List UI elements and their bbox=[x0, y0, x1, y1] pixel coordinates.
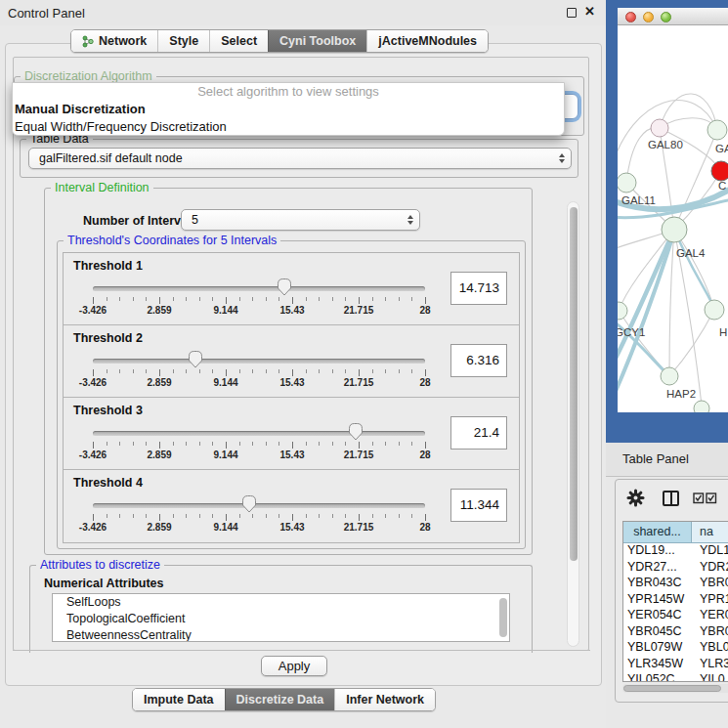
numerical-attributes-label: Numerical Attributes bbox=[44, 577, 163, 590]
popup-item-manual-discretization[interactable]: Manual Discretization bbox=[13, 101, 564, 118]
column-header-shared-name[interactable]: shared... bbox=[623, 522, 692, 543]
float-window-icon[interactable] bbox=[567, 8, 577, 18]
slider-thumb[interactable] bbox=[241, 494, 257, 514]
table-cell: YDR2 bbox=[692, 560, 728, 577]
slider-tick bbox=[133, 442, 134, 446]
number-of-intervals-combobox[interactable]: 5 bbox=[181, 209, 420, 231]
gear-icon[interactable] bbox=[626, 489, 645, 507]
close-traffic-light[interactable] bbox=[625, 12, 636, 22]
network-node[interactable] bbox=[618, 302, 627, 320]
horizontal-scrollbar[interactable] bbox=[622, 684, 728, 693]
slider-track[interactable] bbox=[93, 286, 425, 291]
slider-tick bbox=[332, 514, 333, 518]
select-checkboxes-icon[interactable] bbox=[693, 492, 718, 504]
slider-track[interactable] bbox=[93, 431, 425, 436]
slider-tick bbox=[345, 297, 346, 301]
network-node-label: GCY1 bbox=[618, 326, 645, 338]
network-node-label: GAL11 bbox=[621, 194, 656, 206]
threshold-panel: Threshold 1 -3.4262.8599.14415.4321.7152… bbox=[64, 253, 519, 325]
slider-tick bbox=[332, 442, 333, 446]
slider-thumb[interactable] bbox=[348, 422, 364, 442]
vertical-scrollbar[interactable] bbox=[567, 201, 579, 647]
horizontal-scrollbar-thumb[interactable] bbox=[623, 685, 721, 692]
attribute-item[interactable]: BetweennessCentrality bbox=[53, 627, 509, 642]
table-row[interactable]: YER054CYER0 bbox=[623, 608, 728, 624]
table-row[interactable]: YBR043CYBR0 bbox=[623, 576, 728, 592]
split-columns-icon[interactable] bbox=[663, 491, 679, 506]
numerical-attributes-list[interactable]: SelfLoopsTopologicalCoefficientBetweenne… bbox=[52, 593, 510, 642]
slider-tick bbox=[186, 514, 187, 518]
tab-style[interactable]: Style bbox=[157, 30, 209, 52]
slider-tick-label: -3.426 bbox=[64, 305, 122, 316]
table-cell: YBL0 bbox=[692, 640, 728, 657]
slider-tick-label: -3.426 bbox=[64, 522, 122, 533]
slider-thumb[interactable] bbox=[188, 350, 203, 369]
table-row[interactable]: YPR145WYPR1 bbox=[623, 592, 728, 609]
control-panel-tabbar: Network Style Select Cyni Toolbox jActiv… bbox=[70, 29, 489, 53]
network-node[interactable] bbox=[661, 367, 678, 385]
right-column: GAL80GALCGAL11GAL4GCY1HHAP2 Table Panel bbox=[606, 0, 728, 728]
slider-tick bbox=[411, 514, 412, 518]
tab-select[interactable]: Select bbox=[209, 30, 268, 52]
slider-track[interactable] bbox=[93, 359, 425, 364]
threshold-label: Threshold 1 bbox=[73, 259, 143, 273]
tab-jactivemnodules[interactable]: jActiveMNodules bbox=[366, 30, 488, 52]
network-node[interactable] bbox=[711, 161, 728, 181]
slider-tick-label: 2.859 bbox=[130, 450, 189, 460]
slider-tick bbox=[292, 514, 293, 521]
table-row[interactable]: YBL079WYBL0 bbox=[623, 640, 728, 657]
table-data-combobox[interactable]: galFiltered.sif default node bbox=[28, 148, 572, 169]
node-table: shared... na YDL19...YDL1YDR27...YDR2YBR… bbox=[622, 521, 728, 682]
vertical-scrollbar-thumb[interactable] bbox=[570, 207, 578, 561]
network-node[interactable] bbox=[694, 401, 709, 412]
slider-tick bbox=[199, 369, 200, 373]
attribute-item[interactable]: SelfLoops bbox=[53, 594, 509, 611]
attribute-item[interactable]: TopologicalCoefficient bbox=[53, 611, 509, 627]
slider-thumb[interactable] bbox=[277, 278, 292, 297]
tab-cyni-toolbox[interactable]: Cyni Toolbox bbox=[268, 30, 366, 52]
column-header-name[interactable]: na bbox=[692, 522, 728, 543]
zoom-traffic-light[interactable] bbox=[661, 12, 671, 22]
table-header-row: shared... na bbox=[623, 522, 728, 543]
table-row[interactable]: YBR045CYBR0 bbox=[623, 624, 728, 641]
network-node[interactable] bbox=[618, 173, 636, 193]
tab-network[interactable]: Network bbox=[71, 30, 157, 52]
minimize-traffic-light[interactable] bbox=[643, 12, 654, 22]
table-row[interactable]: YDR27...YDR2 bbox=[623, 560, 728, 577]
network-node[interactable] bbox=[651, 119, 668, 137]
network-canvas[interactable]: GAL80GALCGAL11GAL4GCY1HHAP2 bbox=[618, 25, 728, 412]
slider-tick bbox=[93, 369, 94, 376]
table-panel-title: Table Panel bbox=[622, 451, 689, 466]
table-row[interactable]: YLR345WYLR3 bbox=[623, 657, 728, 673]
stepper-arrows-icon[interactable] bbox=[559, 153, 565, 163]
apply-button[interactable]: Apply bbox=[261, 656, 327, 676]
close-icon[interactable]: ✕ bbox=[584, 4, 595, 19]
slider-tick bbox=[93, 442, 94, 449]
threshold-value-field[interactable]: 11.344 bbox=[450, 489, 507, 522]
slider-tick bbox=[425, 442, 426, 449]
table-row[interactable]: YDL19...YDL1 bbox=[623, 543, 728, 560]
list-scrollbar-thumb[interactable] bbox=[499, 598, 507, 637]
stepper-arrows-icon[interactable] bbox=[407, 215, 413, 225]
table-cell: YLR3 bbox=[692, 657, 728, 673]
slider-track[interactable] bbox=[93, 503, 425, 508]
slider-tick bbox=[292, 369, 293, 376]
network-node[interactable] bbox=[707, 120, 727, 140]
threshold-value-field[interactable]: 21.4 bbox=[450, 416, 507, 450]
tab-infer-network[interactable]: Infer Network bbox=[334, 689, 435, 710]
tab-discretize-data[interactable]: Discretize Data bbox=[225, 689, 335, 710]
popup-prompt-item[interactable]: Select algorithm to view settings bbox=[13, 83, 564, 101]
network-node[interactable] bbox=[662, 217, 687, 242]
slider-tick bbox=[146, 442, 147, 446]
table-row[interactable]: YIL052CYIL0 bbox=[623, 672, 728, 682]
threshold-value-field[interactable]: 14.713 bbox=[450, 272, 507, 305]
table-cell: YER054C bbox=[623, 608, 692, 624]
tab-impute-data[interactable]: Impute Data bbox=[133, 689, 225, 710]
slider-tick bbox=[359, 297, 360, 304]
network-canvas-svg: GAL80GALCGAL11GAL4GCY1HHAP2 bbox=[618, 25, 728, 412]
popup-item-equal-width-frequency[interactable]: Equal Width/Frequency Discretization bbox=[13, 118, 564, 136]
network-window-titlebar[interactable] bbox=[618, 8, 728, 25]
network-node[interactable] bbox=[705, 300, 724, 320]
threshold-panel: Threshold 2 -3.4262.8599.14415.4321.7152… bbox=[64, 325, 519, 398]
threshold-value-field[interactable]: 6.316 bbox=[450, 344, 507, 377]
